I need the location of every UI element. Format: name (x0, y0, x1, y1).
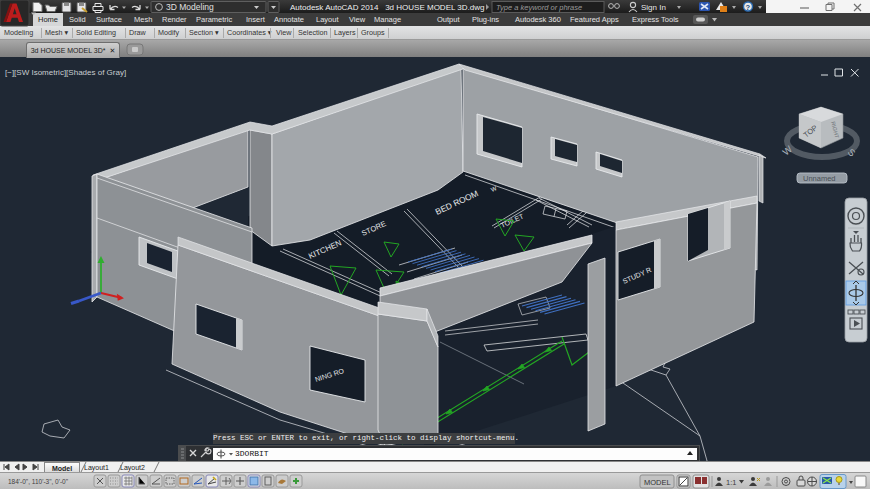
svg-text:Type a keyword or phrase: Type a keyword or phrase (496, 3, 582, 12)
svg-text:Sign In: Sign In (641, 3, 666, 12)
svg-text:Autodesk AutoCAD 2014 3d HOU: Autodesk AutoCAD 2014 3d HOUSE MODEL 3D.… (290, 3, 484, 12)
svg-text:3D Modeling: 3D Modeling (166, 2, 214, 12)
svg-text:?: ? (746, 3, 751, 12)
svg-text:1:1: 1:1 (726, 478, 736, 487)
svg-text:[−][SW Isometric][Shades of Gr: [−][SW Isometric][Shades of Gray] (5, 68, 126, 77)
svg-text:MODEL: MODEL (644, 478, 671, 487)
svg-text:Unnamed: Unnamed (803, 174, 836, 183)
